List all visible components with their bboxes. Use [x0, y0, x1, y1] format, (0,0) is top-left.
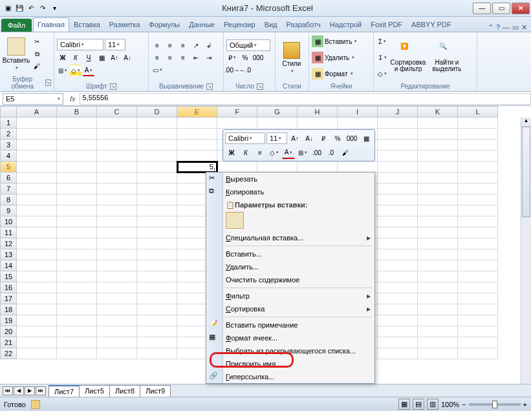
row-header[interactable]: 16 — [0, 282, 17, 293]
view-layout-icon[interactable]: ▤ — [413, 399, 424, 410]
cell[interactable] — [17, 293, 57, 304]
cell[interactable] — [97, 216, 137, 227]
cell[interactable] — [57, 304, 97, 315]
cell[interactable] — [97, 194, 137, 205]
ctx-pick-from-list[interactable]: Выбрать из раскрывающегося списка... — [206, 344, 374, 357]
macro-record-icon[interactable] — [31, 400, 40, 409]
cell[interactable] — [17, 162, 57, 173]
column-header-C[interactable]: C — [97, 106, 137, 118]
cell[interactable] — [378, 304, 418, 315]
cell[interactable] — [17, 326, 57, 337]
undo-icon[interactable]: ↶ — [26, 3, 36, 14]
cell[interactable] — [378, 162, 418, 173]
cell[interactable] — [418, 162, 458, 173]
cell[interactable] — [458, 162, 498, 173]
column-header-J[interactable]: J — [378, 106, 418, 118]
cell[interactable] — [97, 118, 137, 129]
underline-icon[interactable]: Ч — [83, 52, 94, 63]
mini-dec-dec-icon[interactable]: .0 — [325, 146, 338, 159]
cell[interactable] — [458, 205, 498, 216]
cell[interactable] — [97, 184, 137, 194]
cell[interactable] — [57, 194, 97, 205]
mini-shrink-font-icon[interactable]: A↓ — [303, 132, 316, 145]
cell[interactable] — [57, 260, 97, 271]
cell[interactable] — [17, 249, 57, 260]
row-header[interactable]: 11 — [0, 227, 17, 238]
ctx-copy[interactable]: ⧉Копировать — [206, 185, 374, 198]
font-color-icon[interactable]: A▾ — [83, 65, 94, 76]
zoom-out-icon[interactable]: − — [462, 401, 466, 408]
ctx-format-cells[interactable]: ▦Формат ячеек... — [206, 331, 374, 344]
cell[interactable] — [17, 140, 57, 151]
cell[interactable] — [418, 129, 458, 140]
cell[interactable] — [57, 227, 97, 238]
cell[interactable] — [418, 304, 458, 315]
cell[interactable] — [17, 129, 57, 140]
cell[interactable] — [177, 140, 217, 151]
cell[interactable] — [137, 282, 177, 293]
ribbon-tab-вид[interactable]: Вид — [260, 17, 282, 32]
sheet-tab[interactable]: Лист9 — [140, 385, 171, 397]
row-header[interactable]: 5 — [0, 162, 17, 173]
merge-icon[interactable]: ▭▾ — [151, 64, 163, 76]
cell[interactable] — [418, 293, 458, 304]
cell[interactable] — [298, 162, 338, 173]
sheet-tab[interactable]: Лист8 — [109, 385, 140, 397]
doc-close-icon[interactable]: ✕ — [521, 23, 527, 32]
cell[interactable] — [378, 271, 418, 282]
format-cells-button[interactable]: ▦Формат▾ — [312, 68, 357, 79]
cell[interactable] — [458, 173, 498, 184]
cell[interactable] — [97, 260, 137, 271]
cell[interactable] — [57, 293, 97, 304]
format-painter-icon[interactable]: 🖌 — [31, 61, 43, 72]
cell[interactable] — [378, 194, 418, 205]
percent-icon[interactable]: % — [239, 52, 251, 63]
close-button[interactable]: ✕ — [512, 3, 530, 14]
cell[interactable] — [458, 118, 498, 129]
cell[interactable] — [17, 337, 57, 348]
cell[interactable] — [57, 184, 97, 194]
cell[interactable] — [97, 238, 137, 249]
fx-icon[interactable]: fx — [66, 95, 80, 103]
cell[interactable] — [17, 282, 57, 293]
cell[interactable] — [137, 216, 177, 227]
cell[interactable] — [378, 337, 418, 348]
mini-grow-font-icon[interactable]: A↑ — [288, 132, 301, 145]
cell[interactable] — [137, 205, 177, 216]
currency-icon[interactable]: ₽▾ — [226, 52, 238, 63]
mini-align-icon[interactable]: ≡ — [254, 146, 266, 159]
sort-filter-button[interactable]: 🔽 Сортировка и фильтр — [389, 34, 427, 81]
sheet-tab[interactable]: Лист7 — [49, 385, 80, 397]
row-header[interactable]: 22 — [0, 348, 17, 359]
excel-icon[interactable]: ▣ — [3, 3, 13, 14]
sheet-next-icon[interactable]: ▶ — [25, 386, 35, 395]
cell[interactable] — [17, 205, 57, 216]
doc-min-icon[interactable]: — — [503, 23, 510, 32]
cell[interactable] — [378, 205, 418, 216]
comma-icon[interactable]: 000 — [252, 52, 264, 63]
clear-icon[interactable]: ◇▾ — [376, 68, 388, 79]
row-header[interactable]: 9 — [0, 205, 17, 216]
cell[interactable] — [378, 227, 418, 238]
find-select-button[interactable]: 🔍 Найти и выделить — [428, 34, 466, 81]
cell[interactable] — [378, 238, 418, 249]
ribbon-tab-разработч[interactable]: Разработч — [282, 17, 325, 32]
cell[interactable] — [418, 348, 458, 359]
cell[interactable] — [137, 184, 177, 194]
cell[interactable] — [418, 173, 458, 184]
cell[interactable] — [17, 216, 57, 227]
row-header[interactable]: 15 — [0, 271, 17, 282]
sheet-last-icon[interactable]: ⏭ — [36, 386, 46, 395]
cell[interactable] — [418, 271, 458, 282]
vertical-scrollbar[interactable]: ▲ — [521, 118, 531, 384]
cell[interactable] — [57, 173, 97, 184]
cell[interactable] — [458, 194, 498, 205]
paste-option-button[interactable] — [226, 212, 244, 229]
border-icon[interactable]: ▦ — [96, 52, 107, 63]
ctx-cut[interactable]: ✂Вырезать — [206, 173, 374, 185]
cell[interactable] — [137, 129, 177, 140]
cell[interactable] — [458, 315, 498, 326]
ribbon-tab-формулы[interactable]: Формулы — [144, 17, 184, 32]
cell[interactable] — [378, 315, 418, 326]
cell[interactable] — [378, 249, 418, 260]
